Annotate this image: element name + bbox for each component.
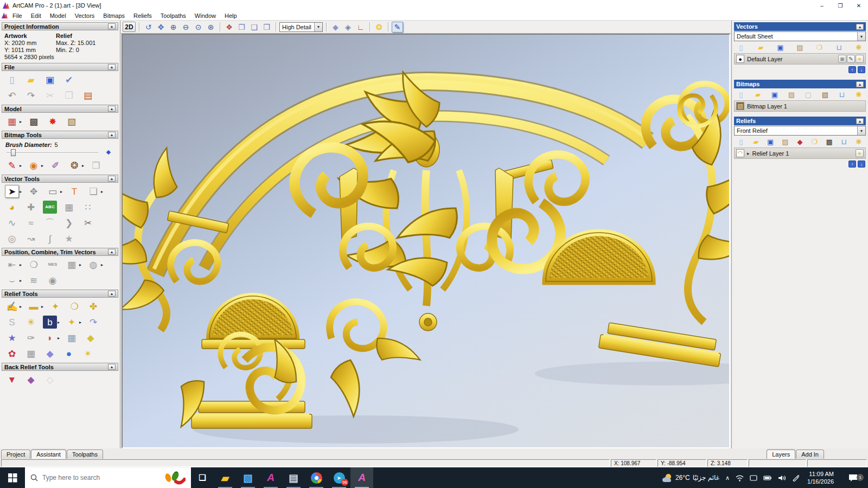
vector-toggle-icon[interactable]: ❍ bbox=[814, 43, 826, 52]
copy-icon[interactable]: ❐ bbox=[62, 89, 76, 102]
vector-sheet-select[interactable]: Default Sheet ▼ bbox=[734, 31, 866, 41]
bisector-icon[interactable]: ❯ bbox=[62, 216, 76, 229]
vector-save-icon[interactable]: ▣ bbox=[774, 43, 786, 52]
tab-assistant[interactable]: Assistant bbox=[31, 450, 66, 459]
relief-greyscale-icon[interactable]: ▩ bbox=[824, 137, 835, 146]
link-colours-icon[interactable]: ❒ bbox=[89, 159, 103, 172]
menu-toolpaths[interactable]: Toolpaths bbox=[156, 11, 190, 20]
collapse-icon[interactable]: ▲ bbox=[108, 176, 116, 182]
tray-chevron-icon[interactable]: ∧ bbox=[725, 474, 730, 481]
measure-icon[interactable]: ◕ bbox=[5, 201, 19, 214]
collapse-icon[interactable]: ▲ bbox=[856, 24, 864, 30]
tab-layers[interactable]: Layers bbox=[767, 450, 795, 459]
align-vectors-icon[interactable]: ⇤ bbox=[5, 258, 19, 271]
offset-relief-icon[interactable]: ↷ bbox=[86, 316, 100, 329]
task-view-button[interactable]: ❏ bbox=[191, 467, 214, 488]
create-star-icon[interactable]: ★ bbox=[62, 232, 76, 245]
notepad-button[interactable]: ▤ bbox=[282, 467, 305, 488]
isometric-view-icon[interactable]: ❖ bbox=[224, 22, 235, 33]
slice-relief-icon[interactable]: ◆ bbox=[84, 331, 98, 344]
layer-up-button[interactable]: ↑ bbox=[848, 66, 856, 73]
smooth-relief-flyout-icon[interactable]: ▸ bbox=[41, 304, 43, 309]
offset-vectors-icon[interactable]: ❏ bbox=[86, 185, 100, 198]
lighting-icon[interactable]: ❂ bbox=[373, 22, 385, 33]
collapse-icon[interactable]: ▲ bbox=[108, 132, 116, 138]
weld-vectors-icon[interactable]: ◍ bbox=[86, 258, 100, 271]
maximize-button[interactable]: ❐ bbox=[831, 0, 850, 11]
tab-addin[interactable]: Add In bbox=[796, 450, 824, 459]
spin-relief-flyout-icon[interactable]: ▸ bbox=[58, 336, 60, 341]
save-model-icon[interactable]: ▣ bbox=[43, 73, 57, 86]
bitmap-layer-row[interactable]: ▧ Bitmap Layer 1 bbox=[734, 100, 866, 112]
flip-relief-icon[interactable]: ▼ bbox=[5, 373, 19, 386]
start-button[interactable] bbox=[0, 467, 25, 488]
artcam-document-button[interactable]: A bbox=[259, 467, 282, 488]
menu-bitmaps[interactable]: Bitmaps bbox=[99, 11, 129, 20]
battery-icon[interactable] bbox=[763, 474, 772, 481]
smooth-relief-icon[interactable]: ▬ bbox=[27, 300, 41, 313]
redo-icon[interactable]: ↷ bbox=[24, 89, 38, 102]
vector-merge-icon[interactable]: ▨ bbox=[794, 43, 806, 52]
draw-origin-icon[interactable]: ∟ bbox=[355, 22, 366, 33]
extrude-relief-icon[interactable]: ✑ bbox=[24, 331, 38, 344]
file-explorer-button[interactable]: ▰ bbox=[214, 467, 237, 488]
telegram-button[interactable]: ➤ 96 bbox=[328, 467, 350, 488]
layer-colour-swatch[interactable]: ● bbox=[736, 55, 744, 63]
spin-relief-icon[interactable]: ◗ bbox=[43, 331, 57, 344]
collapse-icon[interactable]: ▲ bbox=[856, 118, 864, 124]
brush-diameter-slider[interactable] bbox=[7, 149, 113, 156]
bitmap-toggle-all-icon[interactable]: ❋ bbox=[853, 90, 865, 99]
weld-vectors-flyout-icon[interactable]: ▸ bbox=[101, 262, 103, 267]
sculpting-icon[interactable]: ✍ bbox=[5, 300, 19, 313]
new-model-icon[interactable]: ▯ bbox=[5, 73, 19, 86]
pen-icon[interactable] bbox=[792, 474, 799, 481]
shape-editor-icon[interactable]: ✤ bbox=[86, 300, 100, 313]
dome-relief-icon[interactable]: ✦ bbox=[48, 300, 62, 313]
colour-picker-icon[interactable]: ✐ bbox=[48, 159, 62, 172]
zoom-object-icon[interactable]: ⊙ bbox=[193, 22, 204, 33]
two-rail-sweep-icon[interactable]: ✦ bbox=[65, 316, 79, 329]
nesting-icon[interactable]: NES bbox=[46, 258, 60, 271]
undo-icon[interactable]: ↶ bbox=[5, 89, 19, 102]
set-model-size-flyout-icon[interactable]: ▸ bbox=[20, 119, 22, 124]
align-vectors-flyout-icon[interactable]: ▸ bbox=[20, 262, 22, 267]
select-vectors-flyout-icon[interactable]: ▸ bbox=[20, 189, 22, 194]
wrap-text-icon[interactable]: ABC bbox=[43, 201, 57, 214]
set-model-size-icon[interactable]: ▦ bbox=[5, 115, 19, 128]
boolean-relief-icon[interactable]: b bbox=[43, 316, 57, 329]
select-vectors-icon[interactable]: ➤ bbox=[5, 185, 19, 198]
fit-arcs-icon[interactable]: ↝ bbox=[24, 232, 38, 245]
volume-icon[interactable] bbox=[778, 474, 786, 481]
tab-toolpaths[interactable]: Toolpaths bbox=[67, 450, 103, 459]
menu-reliefs[interactable]: Reliefs bbox=[129, 11, 156, 20]
relief-layer-visible-icon[interactable]: ● bbox=[856, 149, 864, 157]
relief-layer-up-button[interactable]: ↑ bbox=[848, 160, 856, 168]
bitmap-delete-icon[interactable]: ⊔ bbox=[836, 90, 848, 99]
layer-visible-icon[interactable]: ● bbox=[856, 55, 864, 63]
free-polyline-icon[interactable]: ≈ bbox=[24, 216, 38, 229]
paste-along-curve-icon[interactable]: ∷ bbox=[81, 201, 95, 214]
relief-new-layer-icon[interactable]: ▯ bbox=[735, 137, 747, 146]
two-rail-sweep-flyout-icon[interactable]: ▸ bbox=[79, 320, 81, 325]
collapse-icon[interactable]: ▲ bbox=[108, 249, 116, 255]
relief-open-icon[interactable]: ▰ bbox=[750, 137, 762, 146]
network-icon[interactable] bbox=[736, 474, 744, 481]
artcam-active-button[interactable]: A bbox=[350, 467, 373, 488]
copy-back-relief-icon[interactable]: ◇ bbox=[43, 373, 57, 386]
block-copy-flyout-icon[interactable]: ▸ bbox=[79, 262, 81, 267]
join-vectors-icon[interactable]: ⌣ bbox=[5, 274, 19, 287]
texture-relief-icon[interactable]: ▦ bbox=[65, 331, 79, 344]
node-editing-icon[interactable]: ✚ bbox=[24, 201, 38, 214]
model-properties-icon[interactable]: ✔ bbox=[62, 73, 76, 86]
inflate-relief-icon[interactable]: ❍ bbox=[67, 300, 81, 313]
light-material-icon[interactable]: ✸ bbox=[46, 115, 60, 128]
relief-toggle-icon[interactable]: ❍ bbox=[809, 137, 821, 146]
collapse-icon[interactable]: ▲ bbox=[856, 81, 864, 87]
smooth-layer-icon[interactable]: ◆ bbox=[43, 347, 57, 360]
collapse-icon[interactable]: ▲ bbox=[108, 64, 116, 70]
rotate-view-icon[interactable]: ↺ bbox=[143, 22, 154, 33]
draw-wireframe-icon[interactable]: ◈ bbox=[342, 22, 354, 33]
bitmap-new-layer-icon[interactable]: ▯ bbox=[735, 90, 747, 99]
join-vectors-flyout-icon[interactable]: ▸ bbox=[20, 278, 22, 283]
relief-save-icon[interactable]: ▣ bbox=[764, 137, 776, 146]
